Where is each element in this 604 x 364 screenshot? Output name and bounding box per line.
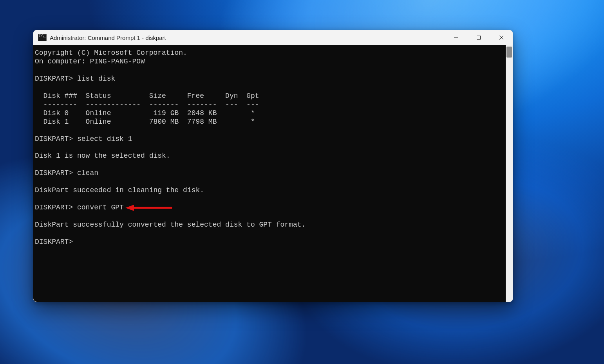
terminal-line: Copyright (C) Microsoft Corporation. [33,49,506,58]
terminal-line: Disk ### Status Size Free Dyn Gpt [33,92,506,101]
maximize-icon [476,35,481,40]
terminal-line: DiskPart succeeded in cleaning the disk. [33,186,506,195]
terminal-line [33,229,506,238]
terminal-line: DiskPart successfully converted the sele… [33,221,506,229]
close-button[interactable] [490,30,513,45]
terminal-line [33,126,506,135]
terminal-line: DISKPART> [33,238,506,247]
terminal-line: DISKPART> list disk [33,75,506,83]
terminal-line [33,66,506,75]
cmd-icon [38,34,47,41]
svg-rect-1 [477,36,481,40]
terminal-line [33,143,506,152]
terminal-line: Disk 0 Online 119 GB 2048 KB * [33,109,506,118]
minimize-button[interactable] [445,30,467,45]
titlebar[interactable]: Administrator: Command Prompt 1 - diskpa… [33,30,513,45]
terminal-line: DISKPART> clean [33,169,506,178]
terminal-output[interactable]: Copyright (C) Microsoft Corporation.On c… [33,45,506,302]
terminal-line: Disk 1 Online 7800 MB 7798 MB * [33,118,506,126]
window-title: Administrator: Command Prompt 1 - diskpa… [50,34,445,41]
close-icon [499,35,504,40]
maximize-button[interactable] [467,30,490,45]
terminal-line [33,83,506,92]
scrollbar-track[interactable] [506,45,513,302]
terminal-line [33,160,506,169]
command-prompt-window: Administrator: Command Prompt 1 - diskpa… [33,30,513,302]
terminal-line: Disk 1 is now the selected disk. [33,152,506,160]
minimize-icon [454,35,458,40]
scrollbar-thumb[interactable] [506,47,512,58]
terminal-line [33,178,506,186]
terminal-line: DISKPART> select disk 1 [33,135,506,144]
terminal-line [33,212,506,221]
terminal-line: DISKPART> convert GPT [33,204,506,212]
terminal-line: -------- ------------- ------- ------- -… [33,101,506,109]
window-client-area: Copyright (C) Microsoft Corporation.On c… [33,45,513,302]
terminal-line [33,195,506,204]
terminal-line: On computer: PING-PANG-POW [33,58,506,66]
window-controls [445,30,513,45]
